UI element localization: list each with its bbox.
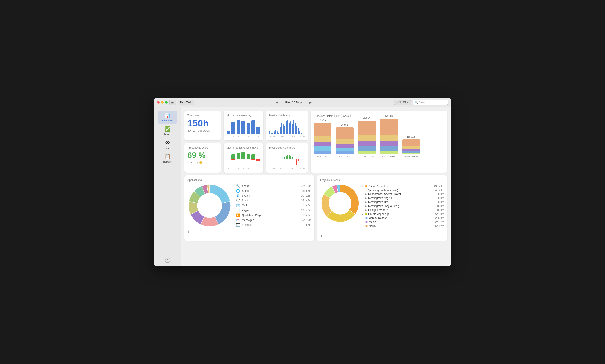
stack-segment [336, 147, 354, 151]
time-per-project-card: Time per Project per Week 33h 5m08/05 – … [311, 111, 447, 173]
app-name: QuickTime Player [242, 214, 263, 217]
active-hours-title: Most active hours [269, 114, 305, 117]
prod-weekday-bar-wrap [256, 151, 260, 167]
maximize-button[interactable] [165, 101, 168, 104]
active-weekdays-title: Most active weekdays [227, 114, 260, 117]
nav-next-button[interactable]: ▶ [308, 100, 313, 104]
nav-prev-button[interactable]: ◀ [275, 100, 280, 104]
stack-segment [336, 139, 354, 143]
sidebar-label-overview: Overview [162, 119, 173, 122]
project-left: ▼ Client: Acme Inc. [362, 185, 389, 188]
stack-bar [402, 139, 420, 154]
stack-date-label: 09/02 – 09/04 [404, 155, 418, 158]
sidebar-item-overview[interactable]: 📊 Overview [158, 111, 177, 124]
app-name: Xcode [242, 184, 249, 188]
prod-hour-wrap [298, 151, 299, 167]
productivity-value: 69 % [188, 151, 206, 160]
projects-export-button[interactable]: ⬆ [320, 234, 323, 238]
sidebar-toggle-button[interactable]: ⊟ [169, 100, 176, 105]
chart-period-dropdown[interactable]: Week [341, 114, 350, 118]
expand-arrow[interactable]: ▶ [365, 193, 367, 195]
project-dot [365, 225, 368, 227]
app-time: 20h 13m [298, 194, 311, 197]
main-layout: 📊 Overview ✅ Review 👁 Details 📋 Reports … [154, 107, 451, 266]
total-time-title: Total time [188, 114, 199, 117]
app-legend-item: ▶️ QuickTime Player 10h 0m [236, 213, 311, 218]
stack-group: 16h 31m09/02 – 09/04 [402, 136, 420, 158]
expand-arrow[interactable]: ▶ [365, 209, 367, 211]
productive-hours-labels: 12 AM 6 AM 12 PM 6 PM [269, 167, 305, 170]
expand-arrow[interactable]: ▶ [365, 201, 367, 203]
hour-bar [281, 123, 282, 134]
stack-segment [358, 120, 376, 135]
productivity-score-card: Productivity score 69 % Keep it up 😊 [184, 143, 221, 173]
main-window: ⊟ New Task ◀ Past 30 Days ▶ ⧩ No Filter … [154, 98, 451, 266]
stack-segment [358, 146, 376, 151]
app-name: Safari [242, 189, 249, 192]
prod-hour-wrap [290, 151, 291, 167]
bottom-row: Applications 🔧 Xcode 32h 45m 🌐 Safari 31… [184, 175, 447, 241]
sidebar-item-review[interactable]: ✅ Review [158, 125, 177, 137]
prod-hour-wrap [295, 151, 296, 167]
stack-segment [314, 142, 332, 146]
prod-hour-wrap [278, 151, 279, 167]
project-dot [365, 221, 368, 223]
project-name: Research for Secret Project [368, 193, 401, 196]
sidebar-item-reports[interactable]: 📋 Reports [158, 152, 177, 165]
legend-left: 🎹 Keynote [236, 223, 252, 227]
hour-bar [299, 131, 300, 134]
expand-arrow[interactable]: ▶ [362, 213, 363, 215]
legend-left: 💎 Sketch [236, 194, 250, 197]
stack-segment [314, 151, 332, 154]
new-task-button[interactable]: New Task [178, 100, 194, 105]
export-button[interactable]: ⬆ [188, 230, 190, 233]
stack-bar [314, 123, 332, 154]
app-legend-item: 💎 Sketch 20h 13m [236, 193, 311, 198]
prod-hour-wrap [299, 151, 300, 167]
project-dot [365, 213, 367, 215]
overview-icon: 📊 [164, 113, 170, 118]
stack-segment [380, 141, 398, 146]
project-left: (App usage without a task) [365, 189, 398, 192]
date-range-label: Past 30 Days [281, 101, 307, 104]
stack-segment [380, 135, 398, 141]
search-field[interactable]: 🔍 Search [413, 100, 448, 105]
stack-segment [336, 127, 354, 139]
stack-top-label: 16h 31m [407, 136, 416, 138]
close-button[interactable] [157, 101, 160, 104]
app-time: 3h 7m [298, 223, 311, 226]
titlebar-right: ⧩ No Filter 🔍 Search [394, 100, 448, 105]
expand-arrow[interactable]: ▶ [365, 205, 367, 207]
app-icon: 💬 [236, 199, 240, 202]
stack-top-label: 35h 5m [363, 117, 370, 119]
expand-arrow[interactable]: ▼ [362, 185, 364, 187]
hour-bar [298, 129, 299, 134]
project-left: Media [365, 221, 376, 223]
stack-date-label: 08/26 – 09/01 [382, 155, 396, 158]
app-icon: ✉️ [236, 204, 240, 207]
sidebar-item-details[interactable]: 👁 Details [158, 138, 177, 151]
chart-type-dropdown[interactable]: Time per Project [314, 114, 335, 118]
project-list-item: Media 22h 57m [362, 220, 444, 224]
stack-segment [402, 149, 420, 151]
project-list-item: ▶ Meeting with Angela 2h 0m [362, 196, 444, 200]
project-name: Meeting with Angela [368, 197, 392, 200]
filter-dropdown[interactable]: ⧩ No Filter [394, 100, 411, 105]
hour-bar [293, 120, 294, 134]
project-time: 34h 20m [431, 189, 444, 192]
active-hours-bars [269, 119, 305, 134]
app-name: Mail [242, 204, 247, 207]
projects-donut-svg [320, 183, 360, 223]
help-button[interactable]: ? [165, 258, 170, 263]
per-week-value: 30h 2m [188, 129, 197, 132]
minimize-button[interactable] [161, 101, 163, 104]
legend-left: ▶️ QuickTime Player [236, 213, 263, 217]
expand-arrow[interactable]: ▶ [365, 197, 367, 199]
chart-header: Time per Project per Week [314, 114, 444, 118]
hour-bar [296, 126, 297, 134]
app-time: 31h 6m [298, 189, 311, 192]
legend-left: 💬 Slack [236, 199, 248, 202]
project-left: Communication [365, 217, 387, 220]
hour-bar [292, 124, 293, 134]
stack-date-label: 08/05 – 08/11 [316, 155, 329, 158]
